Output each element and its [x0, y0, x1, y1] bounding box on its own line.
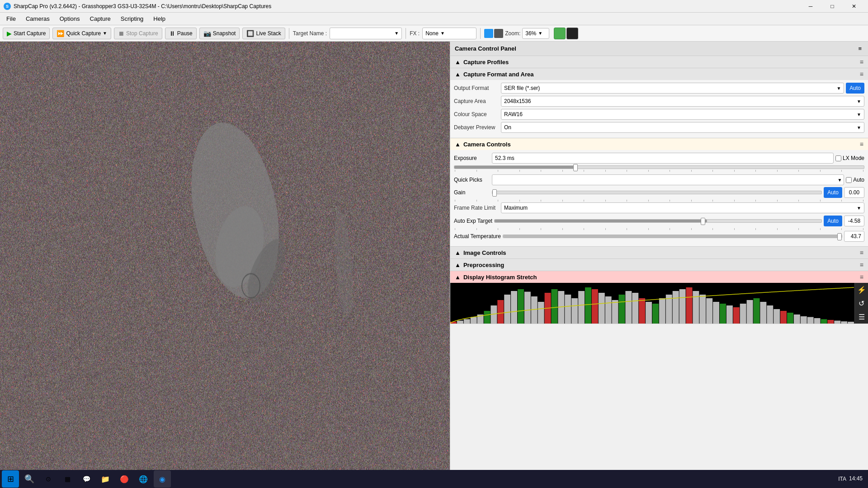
gain-slider[interactable] — [492, 191, 822, 194]
image-controls-header[interactable]: ▲ Image Controls ≡ — [450, 247, 868, 258]
frame-rate-row: Frame Rate Limit Maximum ▼ — [454, 202, 864, 213]
frame-rate-label: Frame Rate Limit — [454, 205, 499, 211]
panel-menu-icon[interactable]: ≡ — [856, 44, 863, 53]
exposure-slider[interactable] — [454, 165, 864, 173]
camera-controls-title: Camera Controls — [463, 141, 511, 148]
target-label: Target Name : — [293, 30, 327, 37]
capture-area-label: Capture Area — [454, 98, 499, 104]
image-controls-chevron: ▲ — [455, 249, 461, 256]
temperature-slider[interactable] — [503, 235, 842, 238]
taskbar-time: 14:45 — [849, 475, 863, 483]
separator-1 — [289, 28, 289, 39]
histogram-area: ⚡ ↺ ☰ — [450, 283, 868, 324]
capture-format-header[interactable]: ▲ Capture Format and Area ≡ — [450, 68, 868, 80]
widgets-button[interactable]: ▦ — [59, 470, 76, 488]
histogram-canvas — [450, 283, 854, 324]
panel-header: Camera Control Panel ≡ — [450, 42, 868, 56]
close-button[interactable]: ✕ — [844, 0, 864, 13]
menu-scripting[interactable]: Scripting — [116, 14, 148, 24]
temperature-value: 43.7 — [844, 231, 864, 242]
file-explorer[interactable]: 📁 — [97, 470, 114, 488]
lx-mode-checkbox[interactable]: LX Mode — [835, 155, 864, 161]
output-format-select[interactable]: SER file (*.ser) ▼ — [501, 83, 844, 94]
image-controls-menu[interactable]: ≡ — [860, 249, 863, 256]
capture-format-content: Output Format SER file (*.ser) ▼ Auto Ca… — [450, 80, 868, 138]
histogram-btn-1[interactable]: ⚡ — [857, 286, 866, 294]
snapshot-button[interactable]: 📷 Snapshot — [199, 28, 240, 39]
filezilla-btn[interactable]: 🔴 — [116, 470, 133, 488]
target-name-dropdown[interactable]: ▼ — [330, 28, 402, 39]
temperature-label: Actual Temperature — [454, 233, 501, 239]
histogram-header[interactable]: ▲ Display Histogram Stretch ≡ — [450, 271, 868, 283]
task-view-button[interactable]: ⊙ — [40, 470, 57, 488]
menu-capture[interactable]: Capture — [85, 14, 115, 24]
minimize-button[interactable]: ─ — [800, 0, 821, 13]
auto-exp-label: Auto Exp Target — [454, 218, 492, 224]
preprocessing-title: Preprocessing — [463, 262, 504, 268]
colour-space-select[interactable]: RAW16 ▼ — [501, 109, 864, 120]
debayer-select[interactable]: On ▼ — [501, 122, 864, 133]
colour-space-row: Colour Space RAW16 ▼ — [454, 109, 864, 120]
quick-picks-label: Quick Picks — [454, 177, 490, 183]
titlebar-left: S SharpCap Pro (v3.2.6442) - Grasshopper… — [4, 3, 271, 10]
search-button[interactable]: 🔍 — [21, 470, 38, 488]
auto-exp-slider[interactable] — [494, 219, 822, 223]
quick-picks-row: Quick Picks ▼ Auto — [454, 174, 864, 185]
maximize-button[interactable]: □ — [822, 0, 843, 13]
zoom-dropdown[interactable]: 36% ▼ — [522, 28, 549, 39]
camera-controls-section: ▲ Camera Controls ≡ Exposure 52.3 ms LX … — [450, 138, 868, 247]
pause-button[interactable]: ⏸ Pause — [165, 28, 197, 39]
quick-picks-select[interactable]: ▼ — [492, 174, 844, 185]
capture-area-select[interactable]: 2048x1536 ▼ — [501, 96, 864, 107]
preprocessing-header[interactable]: ▲ Preprocessing ≡ — [450, 259, 868, 271]
output-format-auto-button[interactable]: Auto — [846, 83, 864, 94]
main-layout: Camera Control Panel ≡ ▲ Capture Profile… — [0, 42, 868, 474]
titlebar: S SharpCap Pro (v3.2.6442) - Grasshopper… — [0, 0, 868, 13]
quick-capture-button[interactable]: ⏩ Quick Capture ▼ — [52, 28, 111, 39]
capture-format-section: ▲ Capture Format and Area ≡ Output Forma… — [450, 68, 868, 138]
gain-value[interactable]: 0.00 — [844, 187, 864, 198]
zoom-control: Zoom: 36% ▼ — [484, 28, 549, 39]
camera-controls-menu[interactable]: ≡ — [860, 141, 863, 148]
preprocessing-menu[interactable]: ≡ — [860, 261, 863, 268]
debayer-row: Debayer Preview On ▼ — [454, 122, 864, 133]
capture-profiles-header[interactable]: ▲ Capture Profiles ≡ — [450, 56, 868, 68]
stop-capture-button[interactable]: ⏹ Stop Capture — [114, 28, 162, 39]
camera-controls-chevron: ▲ — [455, 141, 461, 148]
fx-dropdown[interactable]: None ▼ — [422, 28, 476, 39]
fx-label: FX : — [410, 30, 420, 37]
auto-exp-value[interactable]: -4.58 — [844, 216, 864, 226]
auto-exp-auto-button[interactable]: Auto — [824, 216, 842, 226]
histogram-section: ▲ Display Histogram Stretch ≡ ⚡ ↺ ☰ — [450, 271, 868, 324]
exposure-input[interactable]: 52.3 ms — [492, 153, 834, 164]
histogram-btn-3[interactable]: ☰ — [859, 313, 865, 321]
menu-file[interactable]: File — [2, 14, 20, 24]
histogram-btn-2[interactable]: ↺ — [859, 299, 864, 308]
menu-help[interactable]: Help — [149, 14, 170, 24]
capture-format-menu[interactable]: ≡ — [860, 70, 863, 78]
live-stack-button[interactable]: 🔲 Live Stack — [242, 28, 285, 39]
debayer-label: Debayer Preview — [454, 124, 499, 131]
taskbar-language: ITA — [838, 476, 846, 482]
sharpcap-taskbar-btn[interactable]: ◉ — [154, 470, 171, 488]
chat-button[interactable]: 💬 — [78, 470, 95, 488]
exposure-row: Exposure 52.3 ms LX Mode — [454, 153, 864, 164]
color-picker[interactable] — [566, 28, 578, 39]
image-controls-section: ▲ Image Controls ≡ — [450, 247, 868, 259]
browser-btn[interactable]: 🌐 — [135, 470, 152, 488]
auto-checkbox[interactable]: Auto — [846, 177, 864, 183]
temperature-row: Actual Temperature 43.7 — [454, 231, 864, 242]
auto-exp-row: Auto Exp Target Auto -4.58 — [454, 216, 864, 226]
start-button[interactable]: ⊞ — [2, 470, 19, 488]
start-capture-button[interactable]: ▶ Start Capture — [3, 28, 50, 39]
menu-cameras[interactable]: Cameras — [21, 14, 54, 24]
histogram-menu[interactable]: ≡ — [860, 273, 863, 281]
image-area — [0, 42, 450, 474]
capture-profiles-menu[interactable]: ≡ — [860, 58, 863, 66]
menu-options[interactable]: Options — [55, 14, 85, 24]
gain-auto-button[interactable]: Auto — [824, 187, 842, 198]
camera-controls-header[interactable]: ▲ Camera Controls ≡ — [450, 138, 868, 150]
frame-rate-select[interactable]: Maximum ▼ — [501, 202, 864, 213]
window-title: SharpCap Pro (v3.2.6442) - Grasshopper3 … — [14, 3, 271, 9]
capture-profiles-title: Capture Profiles — [463, 59, 509, 66]
